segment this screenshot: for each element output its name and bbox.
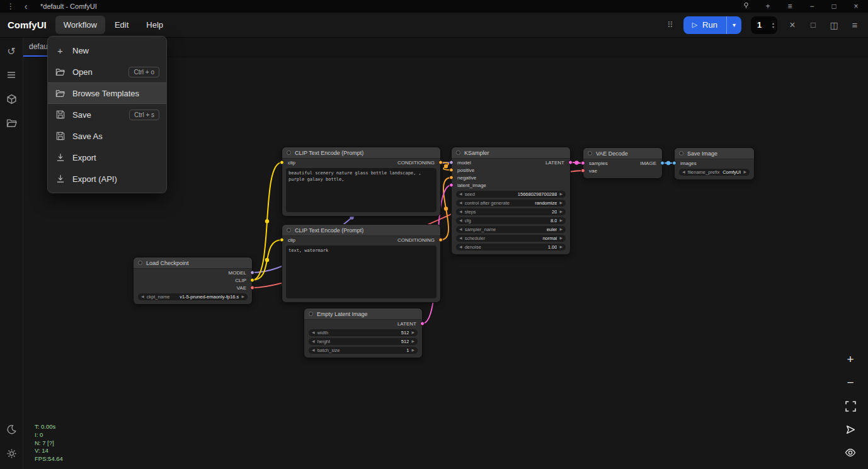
menu-item-open[interactable]: OpenCtrl + o xyxy=(48,61,166,82)
decrement-arrow-icon[interactable]: ◀ xyxy=(312,331,315,334)
model-library-button[interactable] xyxy=(3,91,20,107)
link-midpoint-dot[interactable] xyxy=(666,161,670,165)
output-slot-LATENT[interactable] xyxy=(420,322,425,326)
node-header[interactable]: KSampler xyxy=(452,147,570,159)
decrement-arrow-icon[interactable]: ◀ xyxy=(312,339,315,343)
input-slot-samples[interactable] xyxy=(581,161,585,166)
toggle-link-visibility-button[interactable] xyxy=(843,445,858,460)
collapse-dot[interactable] xyxy=(287,150,291,155)
input-slot-latent_image[interactable] xyxy=(449,183,454,188)
settings-button[interactable] xyxy=(3,445,20,461)
node-header[interactable]: Load Checkpoint xyxy=(134,257,252,269)
widget-height[interactable]: ◀height512▶ xyxy=(309,338,418,346)
menu-workflow[interactable]: Workflow xyxy=(55,16,105,34)
input-slot-negative[interactable] xyxy=(449,176,454,180)
clear-workflow-icon[interactable]: × xyxy=(787,20,798,31)
increment-arrow-icon[interactable]: ▶ xyxy=(559,201,562,205)
queue-history-button[interactable]: ↺ xyxy=(3,43,20,59)
node-vae-decode[interactable]: VAE DecodesamplesIMAGEvae xyxy=(583,147,663,179)
decrement-arrow-icon[interactable]: ◀ xyxy=(312,348,315,352)
increment-arrow-icon[interactable]: ▶ xyxy=(559,236,562,240)
menu-item-save-as[interactable]: Save As xyxy=(48,125,166,147)
kebab-menu-icon[interactable]: ⋮ xyxy=(6,0,15,13)
node-header[interactable]: CLIP Text Encode (Prompt) xyxy=(282,147,440,159)
node-header[interactable]: CLIP Text Encode (Prompt) xyxy=(282,225,440,236)
input-slot-positive[interactable] xyxy=(449,168,454,172)
node-clip-pos[interactable]: CLIP Text Encode (Prompt)clipCONDITIONIN… xyxy=(282,147,441,217)
widget-cfg[interactable]: ◀cfg8.0▶ xyxy=(456,217,566,225)
collapse-dot[interactable] xyxy=(456,150,460,155)
widget-denoise[interactable]: ◀denoise1.00▶ xyxy=(456,244,566,251)
increment-arrow-icon[interactable]: ▶ xyxy=(241,295,244,298)
run-options-caret[interactable]: ▾ xyxy=(726,16,741,34)
node-ksampler[interactable]: KSamplermodelLATENTpositivenegativelaten… xyxy=(451,147,571,255)
batch-spinner[interactable]: ▴▾ xyxy=(772,21,774,29)
collapse-dot[interactable] xyxy=(588,151,592,155)
widget-batch-size[interactable]: ◀batch_size1▶ xyxy=(309,347,418,354)
menu-item-export-api-[interactable]: Export (API) xyxy=(48,168,166,189)
back-chevron-icon[interactable]: ‹ xyxy=(21,0,30,13)
output-slot-IMAGE[interactable] xyxy=(660,161,665,166)
node-header[interactable]: Save Image xyxy=(675,148,754,159)
select-mode-button[interactable] xyxy=(843,422,858,437)
increment-arrow-icon[interactable]: ▶ xyxy=(743,170,746,174)
decrement-arrow-icon[interactable]: ◀ xyxy=(459,236,462,240)
batch-count-stepper[interactable]: 1 ▴▾ xyxy=(751,16,777,34)
increment-arrow-icon[interactable]: ▶ xyxy=(411,348,414,352)
menu-item-new[interactable]: +New xyxy=(48,40,166,61)
pin-icon[interactable] xyxy=(741,0,750,13)
increment-arrow-icon[interactable]: ▶ xyxy=(559,245,562,249)
zoom-out-button[interactable]: − xyxy=(843,375,858,390)
node-save-image[interactable]: Save Imageimages◀filename_prefixComfyUI▶ xyxy=(674,147,755,180)
link-midpoint-dot[interactable] xyxy=(265,219,269,223)
input-slot-images[interactable] xyxy=(672,161,677,166)
widget-steps[interactable]: ◀steps20▶ xyxy=(456,208,566,216)
menu-edit[interactable]: Edit xyxy=(106,16,137,34)
input-slot-vae[interactable] xyxy=(581,169,585,173)
widget-scheduler[interactable]: ◀schedulernormal▶ xyxy=(456,235,566,242)
fit-view-button[interactable] xyxy=(843,398,858,414)
workflows-button[interactable] xyxy=(3,115,20,131)
widget-width[interactable]: ◀width512▶ xyxy=(309,329,418,337)
prompt-textarea[interactable]: text, watermark xyxy=(286,246,437,298)
node-clip-neg[interactable]: CLIP Text Encode (Prompt)clipCONDITIONIN… xyxy=(282,224,441,303)
output-slot-CONDITIONING[interactable] xyxy=(438,161,443,165)
input-slot-model[interactable] xyxy=(449,161,454,165)
widget-ckpt-name[interactable]: ◀ckpt_namev1-5-pruned-emaonly-fp16.s▶ xyxy=(138,293,248,301)
link-load-checkpoint-CLIP--clip-neg-clip[interactable] xyxy=(253,240,282,280)
output-slot-CONDITIONING[interactable] xyxy=(438,238,443,242)
queue-button[interactable] xyxy=(3,67,20,83)
increment-arrow-icon[interactable]: ▶ xyxy=(411,331,414,334)
widget-seed[interactable]: ◀seed156680298700288▶ xyxy=(456,191,566,198)
increment-arrow-icon[interactable]: ▶ xyxy=(559,227,562,231)
maximize-icon[interactable]: □ xyxy=(830,0,838,13)
menu-item-save[interactable]: SaveCtrl + s xyxy=(48,104,166,125)
node-load-checkpoint[interactable]: Load CheckpointMODELCLIPVAE◀ckpt_namev1-… xyxy=(133,257,253,305)
node-empty-latent[interactable]: Empty Latent ImageLATENT◀width512▶◀heigh… xyxy=(304,308,423,358)
decrement-arrow-icon[interactable]: ◀ xyxy=(459,245,462,249)
decrement-arrow-icon[interactable]: ◀ xyxy=(459,227,462,231)
output-slot-LATENT[interactable] xyxy=(568,161,573,165)
decrement-arrow-icon[interactable]: ◀ xyxy=(459,218,462,222)
menu-item-browse-templates[interactable]: Browse Templates xyxy=(48,82,166,104)
node-header[interactable]: Empty Latent Image xyxy=(304,308,422,320)
link-midpoint-dot[interactable] xyxy=(444,164,448,168)
prompt-textarea[interactable]: beautiful scenery nature glass bottle la… xyxy=(286,168,437,212)
run-button[interactable]: ▷ Run ▾ xyxy=(683,16,741,34)
zoom-in-button[interactable]: + xyxy=(843,352,858,367)
input-slot-clip[interactable] xyxy=(280,161,284,165)
window-menu-icon[interactable]: ≡ xyxy=(785,0,794,13)
plus-icon[interactable]: + xyxy=(763,0,772,13)
canvas-frame-icon[interactable]: □ xyxy=(808,20,819,30)
drag-handle-icon[interactable]: ⠿ xyxy=(667,20,674,30)
menu-help[interactable]: Help xyxy=(138,16,171,34)
increment-arrow-icon[interactable]: ▶ xyxy=(559,210,562,213)
decrement-arrow-icon[interactable]: ◀ xyxy=(459,210,462,213)
link-midpoint-dot[interactable] xyxy=(574,161,578,164)
increment-arrow-icon[interactable]: ▶ xyxy=(559,218,562,222)
split-panel-icon[interactable]: ◫ xyxy=(828,20,840,30)
decrement-arrow-icon[interactable]: ◀ xyxy=(459,192,462,196)
increment-arrow-icon[interactable]: ▶ xyxy=(411,339,414,343)
menu-item-export[interactable]: Export xyxy=(48,147,166,168)
output-slot-MODEL[interactable] xyxy=(250,271,254,275)
